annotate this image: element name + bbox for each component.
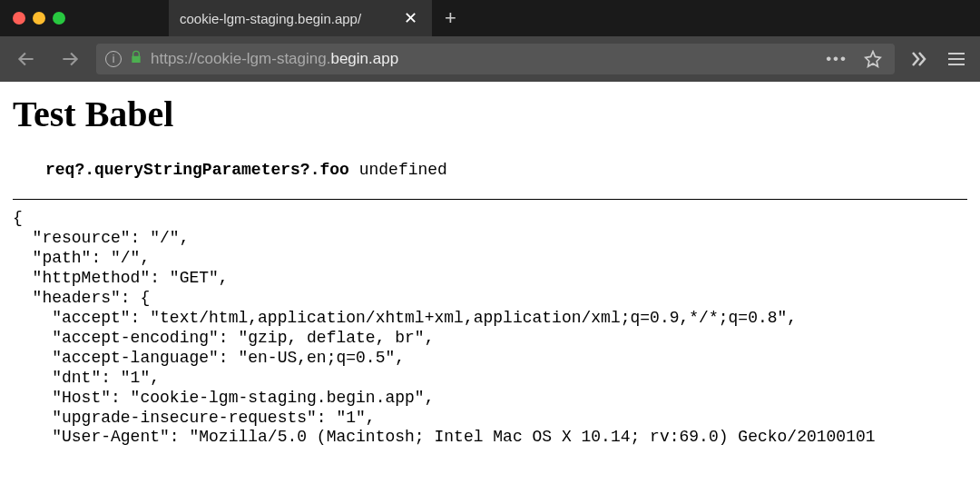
back-button[interactable] [9,44,44,74]
bookmark-icon[interactable] [860,46,886,72]
close-tab-icon[interactable]: ✕ [400,8,421,28]
page-title: Test Babel [13,93,967,135]
page-content: Test Babel req?.queryStringParameters?.f… [0,82,980,459]
minimize-window-button[interactable] [33,12,45,25]
request-json: { "resource": "/", "path": "/", "httpMet… [13,209,967,448]
new-tab-button[interactable]: + [432,6,469,30]
url-text: https://cookie-lgm-staging.begin.app [151,50,398,68]
lock-icon [129,50,143,69]
titlebar: cookie-lgm-staging.begin.app/ ✕ + [0,0,980,36]
browser-tab[interactable]: cookie-lgm-staging.begin.app/ ✕ [169,0,432,36]
forward-button[interactable] [53,44,87,74]
url-scheme: https:// [151,50,197,67]
query-expression: req?.queryStringParameters?.foo [45,161,349,179]
maximize-window-button[interactable] [53,12,65,25]
url-subdomain: cookie-lgm-staging. [197,50,330,67]
query-line: req?.queryStringParameters?.foo undefine… [13,161,967,179]
menu-button[interactable] [942,44,971,74]
page-actions-icon[interactable]: ••• [826,50,848,68]
overflow-button[interactable] [904,44,933,74]
toolbar: i https://cookie-lgm-staging.begin.app •… [0,36,980,82]
close-window-button[interactable] [13,12,25,25]
tab-title: cookie-lgm-staging.begin.app/ [180,11,361,26]
url-domain: begin.app [330,50,398,67]
url-actions: ••• [826,46,886,72]
window-controls [0,12,78,25]
query-value: undefined [359,161,447,179]
site-info-icon[interactable]: i [105,51,122,67]
url-bar[interactable]: i https://cookie-lgm-staging.begin.app •… [96,44,895,74]
divider [13,199,967,200]
